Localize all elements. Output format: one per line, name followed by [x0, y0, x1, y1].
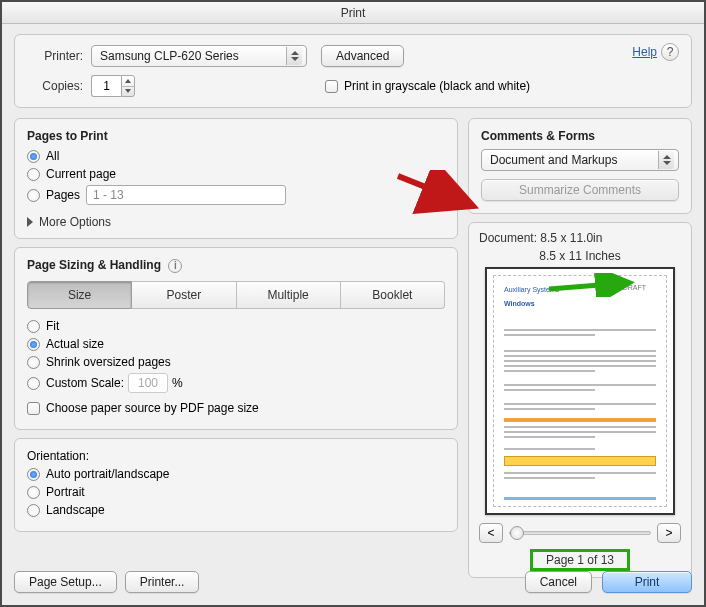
printer-button[interactable]: Printer... — [125, 571, 200, 593]
radio-current[interactable] — [27, 168, 40, 181]
tab-poster[interactable]: Poster — [132, 281, 236, 309]
sizing-title: Page Sizing & Handling i — [27, 258, 445, 273]
annotation-green-arrow-icon — [547, 273, 637, 297]
tab-multiple[interactable]: Multiple — [237, 281, 341, 309]
printer-label: Printer: — [27, 49, 83, 63]
grayscale-label: Print in grayscale (black and white) — [344, 79, 530, 93]
copies-label: Copies: — [27, 79, 83, 93]
label-current: Current page — [46, 167, 116, 181]
radio-actual[interactable] — [27, 338, 40, 351]
label-landscape: Landscape — [46, 503, 105, 517]
pages-title: Pages to Print — [27, 129, 445, 143]
printer-select[interactable]: Samsung CLP-620 Series — [91, 45, 307, 67]
help-link[interactable]: Help — [632, 45, 657, 59]
label-all: All — [46, 149, 59, 163]
cancel-button[interactable]: Cancel — [525, 571, 592, 593]
radio-shrink[interactable] — [27, 356, 40, 369]
choose-paper-checkbox[interactable] — [27, 402, 40, 415]
pages-range-input[interactable] — [86, 185, 286, 205]
chevron-up-down-icon — [286, 47, 302, 65]
page-preview: DRAFT Auxiliary Systems Windows — [485, 267, 675, 515]
stepper-up-icon[interactable] — [122, 76, 134, 87]
tab-booklet[interactable]: Booklet — [341, 281, 445, 309]
more-options-toggle[interactable]: More Options — [27, 215, 111, 229]
radio-portrait[interactable] — [27, 486, 40, 499]
copies-stepper[interactable] — [91, 75, 135, 97]
radio-pages[interactable] — [27, 189, 40, 202]
prev-page-button[interactable]: < — [479, 523, 503, 543]
grayscale-checkbox[interactable] — [325, 80, 338, 93]
advanced-button[interactable]: Advanced — [321, 45, 404, 67]
custom-scale-input[interactable] — [128, 373, 168, 393]
choose-paper-label: Choose paper source by PDF page size — [46, 401, 259, 415]
page-setup-button[interactable]: Page Setup... — [14, 571, 117, 593]
label-auto-orient: Auto portrait/landscape — [46, 467, 169, 481]
sizing-panel: Page Sizing & Handling i Size Poster Mul… — [14, 247, 458, 430]
preview-subheading: Windows — [504, 300, 535, 307]
chevron-up-down-icon — [658, 151, 674, 169]
printer-value: Samsung CLP-620 Series — [100, 49, 239, 63]
svg-line-1 — [398, 176, 468, 204]
label-pages: Pages — [46, 188, 80, 202]
comments-select[interactable]: Document and Markups — [481, 149, 679, 171]
comments-title: Comments & Forms — [481, 129, 679, 143]
more-options-label: More Options — [39, 215, 111, 229]
label-fit: Fit — [46, 319, 59, 333]
tab-size[interactable]: Size — [27, 281, 132, 309]
label-portrait: Portrait — [46, 485, 85, 499]
copies-input[interactable] — [91, 75, 121, 97]
orientation-title: Orientation: — [27, 449, 445, 463]
radio-fit[interactable] — [27, 320, 40, 333]
summarize-comments-button[interactable]: Summarize Comments — [481, 179, 679, 201]
comments-select-value: Document and Markups — [490, 153, 617, 167]
preview-panel: Document: 8.5 x 11.0in 8.5 x 11 Inches D… — [468, 222, 692, 578]
page-indicator: Page 1 of 13 — [530, 549, 630, 571]
zoom-slider[interactable] — [509, 531, 651, 535]
help-icon[interactable]: ? — [661, 43, 679, 61]
annotation-red-arrow-icon — [394, 170, 480, 216]
window-title: Print — [2, 2, 704, 24]
orientation-panel: Orientation: Auto portrait/landscape Por… — [14, 438, 458, 532]
sheet-dimensions: 8.5 x 11 Inches — [479, 249, 681, 263]
top-panel: Help ? Printer: Samsung CLP-620 Series A… — [14, 34, 692, 108]
radio-custom[interactable] — [27, 377, 40, 390]
label-shrink: Shrink oversized pages — [46, 355, 171, 369]
document-dimensions: Document: 8.5 x 11.0in — [479, 231, 681, 245]
info-icon[interactable]: i — [168, 259, 182, 273]
comments-panel: Comments & Forms Document and Markups Su… — [468, 118, 692, 214]
print-dialog: Print Help ? Printer: Samsung CLP-620 Se… — [0, 0, 706, 607]
label-actual: Actual size — [46, 337, 104, 351]
slider-thumb[interactable] — [510, 526, 524, 540]
percent-label: % — [172, 376, 183, 390]
pages-to-print-panel: Pages to Print All Current page Pages Mo… — [14, 118, 458, 239]
dialog-body: Help ? Printer: Samsung CLP-620 Series A… — [2, 24, 704, 605]
next-page-button[interactable]: > — [657, 523, 681, 543]
stepper-down-icon[interactable] — [122, 87, 134, 97]
label-custom: Custom Scale: — [46, 376, 124, 390]
svg-line-0 — [549, 283, 625, 289]
print-button[interactable]: Print — [602, 571, 692, 593]
radio-auto-orient[interactable] — [27, 468, 40, 481]
radio-all[interactable] — [27, 150, 40, 163]
sizing-tabs: Size Poster Multiple Booklet — [27, 281, 445, 309]
footer: Page Setup... Printer... Cancel Print — [14, 571, 692, 593]
disclosure-triangle-icon — [27, 217, 33, 227]
radio-landscape[interactable] — [27, 504, 40, 517]
